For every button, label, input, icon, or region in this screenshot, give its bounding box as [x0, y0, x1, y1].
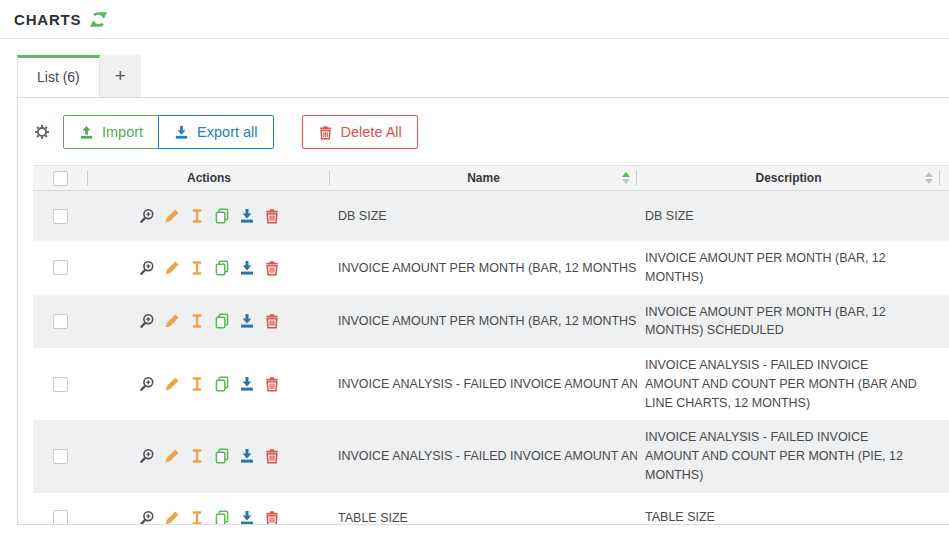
- delete-trash-icon[interactable]: [264, 510, 280, 526]
- delete-trash-icon[interactable]: [264, 208, 280, 224]
- row-checkbox[interactable]: [53, 209, 68, 224]
- chart-description: TABLE SIZE: [637, 493, 940, 526]
- sort-icon-name[interactable]: [622, 172, 630, 184]
- select-all-checkbox[interactable]: [53, 171, 68, 186]
- tab-bar: List (6) +: [17, 55, 949, 97]
- edit-pencil-icon[interactable]: [164, 313, 180, 329]
- preview-search-plus-icon[interactable]: [139, 260, 155, 276]
- preview-search-plus-icon[interactable]: [139, 376, 155, 392]
- chart-description: DB SIZE: [637, 191, 940, 241]
- download-icon[interactable]: [239, 260, 255, 276]
- download-icon[interactable]: [239, 313, 255, 329]
- chart-name: TABLE SIZE: [330, 493, 637, 526]
- preview-search-plus-icon[interactable]: [139, 208, 155, 224]
- download-icon: [174, 125, 189, 140]
- trash-icon: [318, 125, 333, 140]
- chart-name: INVOICE AMOUNT PER MONTH (BAR, 12 MONTHS…: [330, 243, 637, 293]
- table-header-row: Actions Name Description: [33, 165, 949, 191]
- chart-name: INVOICE ANALYSIS - FAILED INVOICE AMOUNT…: [330, 431, 637, 481]
- delete-all-button[interactable]: Delete All: [302, 115, 418, 149]
- rename-ibeam-icon[interactable]: [189, 376, 205, 392]
- caret-up-icon: [622, 172, 630, 177]
- toolbar: Import Export all Delete All: [18, 98, 949, 165]
- edit-pencil-icon[interactable]: [164, 260, 180, 276]
- row-actions: [88, 493, 330, 526]
- row-actions: [88, 191, 330, 241]
- refresh-icon[interactable]: [90, 11, 107, 28]
- table-row: INVOICE AMOUNT PER MONTH (BAR, 12 MONTHS…: [33, 241, 949, 295]
- rename-ibeam-icon[interactable]: [189, 260, 205, 276]
- rename-ibeam-icon[interactable]: [189, 510, 205, 526]
- column-header-extra: [940, 166, 949, 190]
- plus-icon: +: [115, 65, 126, 87]
- table-body: DB SIZE DB SIZE INVOICE AMOUNT PER MONTH…: [33, 191, 949, 525]
- edit-pencil-icon[interactable]: [164, 376, 180, 392]
- rename-ibeam-icon[interactable]: [189, 448, 205, 464]
- row-actions: [88, 243, 330, 293]
- delete-trash-icon[interactable]: [264, 376, 280, 392]
- edit-pencil-icon[interactable]: [164, 448, 180, 464]
- row-checkbox[interactable]: [53, 377, 68, 392]
- caret-down-icon: [925, 179, 933, 184]
- delete-trash-icon[interactable]: [264, 448, 280, 464]
- delete-trash-icon[interactable]: [264, 260, 280, 276]
- settings-gear-icon[interactable]: [34, 124, 50, 140]
- download-icon[interactable]: [239, 448, 255, 464]
- duplicate-copy-icon[interactable]: [214, 313, 230, 329]
- export-all-button[interactable]: Export all: [158, 115, 273, 149]
- row-checkbox[interactable]: [53, 260, 68, 275]
- delete-all-button-label: Delete All: [341, 124, 402, 140]
- download-icon[interactable]: [239, 510, 255, 526]
- duplicate-copy-icon[interactable]: [214, 260, 230, 276]
- upload-icon: [79, 125, 94, 140]
- chart-name: DB SIZE: [330, 191, 637, 241]
- preview-search-plus-icon[interactable]: [139, 313, 155, 329]
- list-panel: Import Export all Delete All Actions Nam…: [17, 97, 949, 525]
- chart-description: INVOICE ANALYSIS - FAILED INVOICE AMOUNT…: [637, 348, 940, 420]
- import-button-label: Import: [102, 124, 143, 140]
- rename-ibeam-icon[interactable]: [189, 313, 205, 329]
- download-icon[interactable]: [239, 208, 255, 224]
- caret-down-icon: [622, 179, 630, 184]
- chart-name: INVOICE ANALYSIS - FAILED INVOICE AMOUNT…: [330, 359, 637, 409]
- duplicate-copy-icon[interactable]: [214, 208, 230, 224]
- column-header-description[interactable]: Description: [637, 166, 940, 190]
- row-actions: [88, 296, 330, 346]
- delete-trash-icon[interactable]: [264, 313, 280, 329]
- table-row: INVOICE ANALYSIS - FAILED INVOICE AMOUNT…: [33, 420, 949, 492]
- preview-search-plus-icon[interactable]: [139, 510, 155, 526]
- sort-icon-description[interactable]: [925, 172, 933, 184]
- tab-list[interactable]: List (6): [17, 55, 100, 97]
- import-export-button-group: Import Export all: [63, 115, 274, 149]
- caret-up-icon: [925, 172, 933, 177]
- page-header: CHARTS: [0, 0, 949, 39]
- edit-pencil-icon[interactable]: [164, 510, 180, 526]
- row-checkbox[interactable]: [53, 314, 68, 329]
- preview-search-plus-icon[interactable]: [139, 448, 155, 464]
- column-header-name[interactable]: Name: [330, 166, 637, 190]
- tab-add[interactable]: +: [100, 55, 141, 97]
- table-row: INVOICE ANALYSIS - FAILED INVOICE AMOUNT…: [33, 348, 949, 420]
- duplicate-copy-icon[interactable]: [214, 510, 230, 526]
- edit-pencil-icon[interactable]: [164, 208, 180, 224]
- row-actions: [88, 431, 330, 481]
- page-title: CHARTS: [14, 11, 81, 28]
- duplicate-copy-icon[interactable]: [214, 448, 230, 464]
- chart-description: INVOICE ANALYSIS - FAILED INVOICE AMOUNT…: [637, 420, 940, 492]
- chart-name: INVOICE AMOUNT PER MONTH (BAR, 12 MONTHS…: [330, 296, 637, 346]
- row-actions: [88, 359, 330, 409]
- download-icon[interactable]: [239, 376, 255, 392]
- import-button[interactable]: Import: [63, 115, 159, 149]
- column-header-actions[interactable]: Actions: [88, 166, 330, 190]
- duplicate-copy-icon[interactable]: [214, 376, 230, 392]
- chart-description: INVOICE AMOUNT PER MONTH (BAR, 12 MONTHS…: [637, 241, 940, 295]
- export-all-button-label: Export all: [197, 124, 257, 140]
- table-row: TABLE SIZE TABLE SIZE: [33, 493, 949, 526]
- charts-table: Actions Name Description: [33, 165, 949, 525]
- tab-list-label: List (6): [37, 69, 80, 85]
- row-checkbox[interactable]: [53, 449, 68, 464]
- rename-ibeam-icon[interactable]: [189, 208, 205, 224]
- table-row: DB SIZE DB SIZE: [33, 191, 949, 241]
- table-row: INVOICE AMOUNT PER MONTH (BAR, 12 MONTHS…: [33, 295, 949, 349]
- row-checkbox[interactable]: [53, 510, 68, 525]
